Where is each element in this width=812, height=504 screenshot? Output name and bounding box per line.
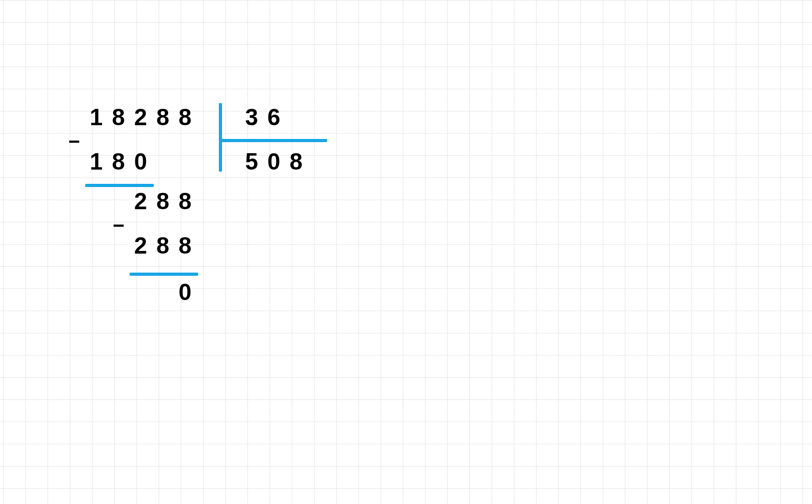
divisor-digit-2: 6 bbox=[263, 106, 285, 128]
quotient-digit-2: 0 bbox=[263, 151, 285, 173]
subtrahend1-digit-3: 0 bbox=[130, 151, 152, 173]
divisor-vertical-line bbox=[219, 103, 222, 172]
quotient-digit-1: 5 bbox=[241, 151, 263, 173]
minus-sign-2: − bbox=[107, 214, 130, 237]
divisor-horizontal-line bbox=[220, 139, 327, 142]
dividend-digit-2: 8 bbox=[107, 106, 130, 128]
divisor-digit-1: 3 bbox=[241, 106, 263, 128]
dividend-digit-3: 2 bbox=[130, 106, 152, 128]
subtrahend2-digit-3: 8 bbox=[174, 235, 196, 257]
minus-sign-1: − bbox=[63, 130, 85, 153]
subtrahend2-digit-2: 8 bbox=[152, 235, 174, 257]
quotient-digit-3: 8 bbox=[285, 151, 307, 173]
subtrahend2-digit-1: 2 bbox=[130, 235, 152, 257]
subtrahend1-digit-1: 1 bbox=[85, 151, 107, 173]
carry-digit-2: 8 bbox=[152, 190, 174, 212]
subtrahend1-digit-2: 8 bbox=[107, 151, 130, 173]
second-subtraction-line bbox=[130, 273, 198, 276]
remainder-digit: 0 bbox=[174, 281, 196, 303]
carry-digit-1: 2 bbox=[130, 190, 152, 212]
carry-digit-3: 8 bbox=[174, 190, 196, 212]
grid-background bbox=[0, 0, 812, 504]
first-subtraction-line bbox=[85, 184, 154, 187]
dividend-digit-4: 8 bbox=[152, 106, 174, 128]
dividend-digit-5: 8 bbox=[174, 106, 196, 128]
dividend-digit-1: 1 bbox=[85, 106, 107, 128]
